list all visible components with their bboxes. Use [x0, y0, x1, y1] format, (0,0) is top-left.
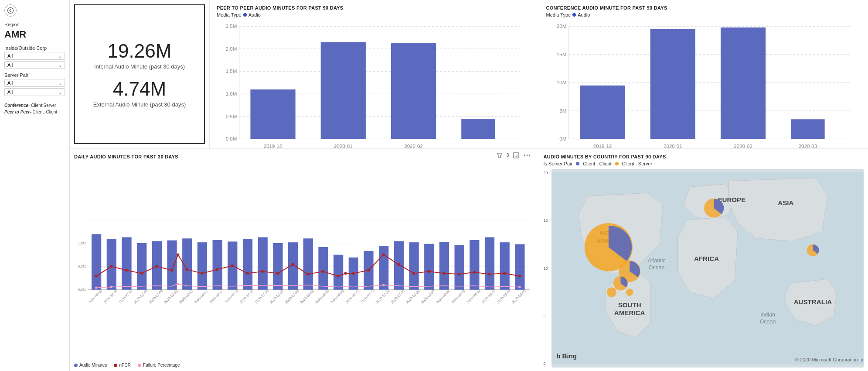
legend-npcr-label: nPCR	[119, 363, 131, 368]
svg-text:2020-01: 2020-01	[663, 143, 682, 149]
svg-text:2020-02-23: 2020-02-23	[360, 289, 376, 305]
bar-2020-01[interactable]	[321, 42, 366, 139]
svg-text:ASIA: ASIA	[778, 199, 793, 206]
svg-rect-56	[303, 238, 313, 289]
server-pair-dropdown[interactable]: All ⌄	[4, 79, 65, 87]
conf-audio-dot	[572, 13, 576, 17]
svg-text:2020-02-28: 2020-02-28	[436, 289, 451, 305]
server-pair-all-value: All	[7, 89, 13, 95]
bar-2019-12[interactable]	[250, 89, 295, 139]
svg-text:jrtp: jrtp	[860, 357, 864, 362]
more-icon[interactable]: ···	[523, 151, 532, 160]
back-button[interactable]	[4, 4, 17, 17]
svg-text:2020-02: 2020-02	[404, 143, 423, 149]
svg-text:2020-02-16: 2020-02-16	[254, 289, 270, 305]
world-map-svg: Atlantic Ocean Indian Ocean NORTH AMERIC…	[551, 169, 864, 368]
svg-rect-53	[258, 237, 268, 290]
corp-filter-group: Inside/Outside Corp All ⌄ All ⌄	[4, 45, 65, 69]
peer-bar-chart-svg: 2.5M 2.0M 1.5M 1.0M 0.5M 0.0M	[217, 20, 532, 162]
svg-text:2020-01: 2020-01	[334, 143, 353, 149]
svg-text:SOUTH: SOUTH	[618, 301, 641, 309]
svg-text:2019-12: 2019-12	[593, 143, 612, 149]
bar-2020-02[interactable]	[391, 43, 436, 139]
internal-kpi-label: Internal Audio Minute (past 30 days)	[94, 63, 185, 70]
back-icon	[7, 7, 14, 14]
svg-point-103	[110, 286, 112, 288]
svg-point-89	[344, 272, 347, 275]
svg-point-102	[95, 287, 97, 289]
svg-rect-50	[213, 240, 222, 290]
svg-text:2020-03-02: 2020-03-02	[466, 289, 481, 305]
svg-point-92	[382, 254, 385, 256]
conf-bar-2020-03[interactable]	[791, 119, 824, 139]
svg-text:20M: 20M	[556, 23, 566, 29]
server-pair-chevron-icon: ⌄	[58, 81, 62, 86]
conference-chart-subtitle: Media Type Audio	[546, 12, 861, 17]
svg-text:0.0M: 0.0M	[226, 136, 237, 141]
svg-rect-65	[439, 242, 449, 289]
svg-point-83	[261, 270, 264, 273]
svg-point-100	[503, 272, 506, 275]
svg-text:2020-02-14: 2020-02-14	[224, 289, 239, 305]
svg-text:1.0M: 1.0M	[78, 241, 86, 245]
svg-text:2020-02-05: 2020-02-05	[88, 289, 103, 305]
svg-text:2020-02-27: 2020-02-27	[420, 289, 436, 305]
server-pair-all-dropdown[interactable]: All ⌄	[4, 88, 65, 96]
peer-media-type-label: Media Type	[217, 12, 242, 17]
svg-text:AFRICA: AFRICA	[694, 255, 718, 262]
conf-bar-2020-01[interactable]	[650, 29, 695, 139]
svg-text:2020-03: 2020-03	[798, 143, 817, 149]
region-label: Region	[4, 22, 65, 27]
kpi-card: 19.26M Internal Audio Minute (past 30 da…	[74, 4, 205, 144]
svg-point-71	[95, 275, 98, 277]
svg-text:2.5M: 2.5M	[226, 23, 237, 29]
svg-point-0	[8, 8, 14, 14]
svg-rect-58	[334, 255, 343, 290]
bar-2020-03-partial[interactable]	[461, 119, 495, 139]
svg-rect-70	[515, 244, 524, 290]
sidebar: Region AMR Inside/Outside Corp All ⌄ All…	[0, 0, 70, 371]
conference-chart-panel: CONFERENCE AUDIO MINUTE FOR PAST 90 DAYS…	[539, 0, 868, 148]
p2p-legend-label: Peer to Peer- Client: Client	[4, 110, 57, 114]
daily-chart-area: 1.0M 0.5M 0.0M	[74, 161, 532, 360]
svg-text:2020-02-24: 2020-02-24	[375, 289, 391, 305]
conf-bar-2020-02[interactable]	[720, 27, 765, 139]
corp-all-dropdown[interactable]: All ⌄	[4, 61, 65, 69]
svg-rect-69	[500, 242, 510, 290]
legend-failure: Failure Percentage	[138, 363, 180, 368]
svg-point-77	[177, 254, 179, 256]
svg-rect-68	[485, 237, 494, 290]
svg-rect-49	[197, 242, 207, 290]
svg-text:2020-03-03: 2020-03-03	[481, 289, 497, 305]
legend-npcr: nPCR	[114, 363, 131, 368]
bubble-na-sm3[interactable]	[606, 288, 616, 297]
server-pair-label: Server Pair	[4, 72, 65, 78]
svg-text:2020-02: 2020-02	[734, 143, 752, 149]
svg-text:0M: 0M	[559, 136, 566, 141]
corp-all-chevron-icon: ⌄	[58, 63, 62, 68]
peer-chart-icons: 3 ···	[495, 151, 532, 160]
svg-text:0.5M: 0.5M	[226, 113, 237, 119]
conf-bar-2019-12[interactable]	[580, 86, 625, 139]
svg-text:2020-03-05: 2020-03-05	[511, 289, 527, 305]
svg-point-98	[473, 271, 476, 274]
svg-rect-67	[470, 240, 479, 290]
svg-point-81	[231, 264, 234, 267]
content-area: 19.26M Internal Audio Minute (past 30 da…	[70, 0, 868, 371]
conference-chart-title: CONFERENCE AUDIO MINUTE FOR PAST 90 DAYS	[546, 5, 861, 10]
bubble-sa[interactable]	[626, 289, 633, 296]
svg-text:2020-03-04: 2020-03-04	[496, 289, 512, 305]
svg-point-96	[443, 272, 445, 275]
svg-text:2020-02-12: 2020-02-12	[194, 289, 209, 305]
svg-point-84	[276, 272, 279, 275]
filter-icon[interactable]	[495, 151, 504, 160]
svg-text:b Bing: b Bing	[556, 352, 577, 360]
peer-audio-dot	[243, 13, 247, 17]
svg-text:2020-03-01: 2020-03-01	[451, 289, 466, 305]
corp-dropdown[interactable]: All ⌄	[4, 52, 65, 60]
internal-kpi-value: 19.26M	[94, 41, 185, 62]
expand-icon[interactable]	[512, 151, 521, 160]
sidebar-legend: Conference- Client:Server Peer to Peer- …	[4, 102, 65, 115]
map-container: Atlantic Ocean Indian Ocean NORTH AMERIC…	[551, 169, 864, 368]
external-kpi: 4.74M External Audio Minute (past 30 day…	[93, 79, 186, 108]
